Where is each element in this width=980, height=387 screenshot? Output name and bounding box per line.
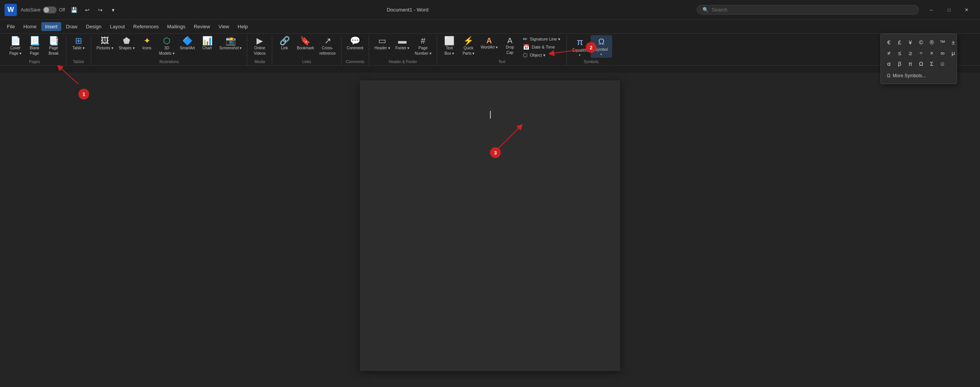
page-number-button[interactable]: # Page Number ▾ bbox=[412, 35, 433, 57]
title-bar: W AutoSave Off 💾 ↩ ↪ ▾ Document1 - Word … bbox=[0, 0, 980, 20]
redo-button[interactable]: ↪ bbox=[95, 5, 106, 15]
menu-layout[interactable]: Layout bbox=[106, 22, 129, 31]
menu-file[interactable]: File bbox=[3, 22, 19, 31]
media-group-label: Media bbox=[250, 59, 269, 64]
ribbon: 📄 Cover Page ▾ 📃 Blank Page 📑 Page Break… bbox=[0, 34, 980, 66]
ribbon-group-illustrations: 🖼 Pictures ▾ ⬟ Shapes ▾ ✦ Icons ⬡ 3D Mod… bbox=[91, 35, 247, 65]
menu-review[interactable]: Review bbox=[190, 22, 214, 31]
blank-page-button[interactable]: 📃 Blank Page bbox=[25, 35, 44, 57]
online-videos-button[interactable]: ▶ Online Videos bbox=[250, 35, 269, 57]
symbol-plusminus[interactable]: ± bbox=[948, 37, 958, 47]
symbol-smiley[interactable]: ☺ bbox=[938, 59, 947, 68]
menu-draw[interactable]: Draw bbox=[62, 22, 81, 31]
more-symbols-label: More Symbols... bbox=[893, 73, 926, 78]
3d-models-button[interactable]: ⬡ 3D Models ▾ bbox=[157, 35, 177, 57]
symbol-yen[interactable]: ¥ bbox=[905, 37, 915, 47]
search-icon: 🔍 bbox=[702, 7, 709, 13]
shapes-button[interactable]: ⬟ Shapes ▾ bbox=[116, 35, 137, 52]
bookmark-icon: 🔖 bbox=[300, 37, 310, 45]
symbol-infinity[interactable]: ∞ bbox=[938, 48, 947, 58]
menu-view[interactable]: View bbox=[215, 22, 233, 31]
symbol-grid: € £ ¥ © ® ™ ± ≠ ≤ ≥ ÷ × ∞ μ α β π Ω Σ ☺ bbox=[884, 37, 954, 68]
quick-access-toolbar: 💾 ↩ ↪ ▾ bbox=[69, 5, 119, 15]
wordart-button[interactable]: A WordArt ▾ bbox=[479, 35, 500, 51]
date-time-button[interactable]: 📅 Date & Time bbox=[520, 43, 564, 51]
autosave-toggle[interactable] bbox=[43, 7, 57, 13]
symbol-sigma[interactable]: Σ bbox=[927, 59, 937, 68]
text-box-button[interactable]: ⬜ Text Box ▾ bbox=[440, 35, 459, 57]
more-symbols-button[interactable]: Ω More Symbols... bbox=[884, 71, 954, 81]
equation-icon: π bbox=[577, 37, 583, 47]
document-title: Document1 - Word bbox=[122, 7, 693, 13]
symbol-pi[interactable]: π bbox=[905, 59, 915, 68]
more-symbols-omega-icon: Ω bbox=[887, 73, 890, 78]
chart-button[interactable]: 📊 Chart bbox=[198, 35, 216, 52]
search-input[interactable] bbox=[712, 7, 913, 13]
table-button[interactable]: ⊞ Table ▾ bbox=[69, 35, 88, 52]
comment-button[interactable]: 💬 Comment bbox=[345, 35, 366, 52]
save-button[interactable]: 💾 bbox=[69, 5, 80, 15]
menu-references[interactable]: References bbox=[129, 22, 162, 31]
online-videos-icon: ▶ bbox=[256, 37, 263, 45]
object-button[interactable]: ⬡ Object ▾ bbox=[520, 51, 564, 59]
annotation-circle-3: 3 bbox=[490, 147, 501, 158]
quick-parts-button[interactable]: ⚡ Quick Parts ▾ bbox=[459, 35, 478, 57]
symbol-divide[interactable]: ÷ bbox=[916, 48, 926, 58]
ribbon-group-text: ⬜ Text Box ▾ ⚡ Quick Parts ▾ A WordArt ▾… bbox=[437, 35, 567, 65]
signature-line-button[interactable]: ✏ Signature Line ▾ bbox=[520, 35, 564, 43]
symbol-multiply[interactable]: × bbox=[927, 48, 937, 58]
symbol-registered[interactable]: ® bbox=[927, 37, 937, 47]
footer-button[interactable]: ▬ Footer ▾ bbox=[393, 35, 412, 52]
date-time-icon: 📅 bbox=[523, 44, 529, 50]
symbol-omega[interactable]: Ω bbox=[916, 59, 926, 68]
page-break-button[interactable]: 📑 Page Break bbox=[44, 35, 63, 57]
pictures-button[interactable]: 🖼 Pictures ▾ bbox=[94, 35, 116, 52]
symbol-copyright[interactable]: © bbox=[916, 37, 926, 47]
maximize-button[interactable]: □ bbox=[940, 4, 958, 16]
symbol-trademark[interactable]: ™ bbox=[938, 37, 947, 47]
undo-button[interactable]: ↩ bbox=[82, 5, 93, 15]
symbol-greaterequal[interactable]: ≥ bbox=[905, 48, 915, 58]
cover-page-button[interactable]: 📄 Cover Page ▾ bbox=[6, 35, 24, 57]
page-break-icon: 📑 bbox=[49, 37, 59, 45]
link-button[interactable]: 🔗 Link bbox=[275, 35, 294, 52]
symbol-euro[interactable]: € bbox=[884, 37, 894, 47]
icons-button[interactable]: ✦ Icons bbox=[138, 35, 156, 52]
comments-group-label: Comments bbox=[345, 59, 366, 64]
object-icon: ⬡ bbox=[523, 52, 528, 58]
screenshot-icon: 📸 bbox=[225, 37, 236, 45]
minimize-button[interactable]: ─ bbox=[923, 4, 940, 16]
autosave-area: AutoSave Off bbox=[21, 7, 65, 13]
ribbon-group-tables: ⊞ Table ▾ Tables bbox=[66, 35, 91, 65]
menu-home[interactable]: Home bbox=[20, 22, 41, 31]
symbol-lessequal[interactable]: ≤ bbox=[895, 48, 905, 58]
symbol-beta[interactable]: β bbox=[895, 59, 905, 68]
table-icon: ⊞ bbox=[75, 37, 82, 45]
symbol-icon: Ω bbox=[598, 37, 604, 47]
customize-quick-access-button[interactable]: ▾ bbox=[108, 5, 119, 15]
autosave-state: Off bbox=[59, 7, 65, 13]
text-group-right: ✏ Signature Line ▾ 📅 Date & Time ⬡ Objec… bbox=[520, 35, 564, 59]
annotation-circle-2: 2 bbox=[586, 42, 596, 53]
header-button[interactable]: ▭ Header ▾ bbox=[372, 35, 392, 52]
close-button[interactable]: ✕ bbox=[958, 4, 975, 16]
drop-cap-button[interactable]: A Drop Cap bbox=[501, 35, 519, 57]
symbol-notequal[interactable]: ≠ bbox=[884, 48, 894, 58]
blank-page-icon: 📃 bbox=[29, 37, 40, 45]
menu-mailings[interactable]: Mailings bbox=[163, 22, 189, 31]
cross-reference-icon: ↗ bbox=[324, 37, 331, 45]
menu-design[interactable]: Design bbox=[82, 22, 105, 31]
bookmark-button[interactable]: 🔖 Bookmark bbox=[294, 35, 316, 52]
menu-help[interactable]: Help bbox=[234, 22, 252, 31]
3d-models-icon: ⬡ bbox=[163, 37, 170, 45]
symbol-pound[interactable]: £ bbox=[895, 37, 905, 47]
screenshot-button[interactable]: 📸 Screenshot ▾ bbox=[217, 35, 244, 52]
search-bar[interactable]: 🔍 bbox=[697, 5, 919, 15]
symbol-alpha[interactable]: α bbox=[884, 59, 894, 68]
symbols-group-label: Symbols bbox=[570, 59, 612, 64]
wordart-icon: A bbox=[487, 37, 492, 44]
smartart-button[interactable]: 🔷 SmartArt bbox=[178, 35, 197, 52]
symbol-mu[interactable]: μ bbox=[948, 48, 958, 58]
cross-reference-button[interactable]: ↗ Cross- reference bbox=[317, 35, 338, 57]
menu-insert[interactable]: Insert bbox=[41, 22, 62, 31]
